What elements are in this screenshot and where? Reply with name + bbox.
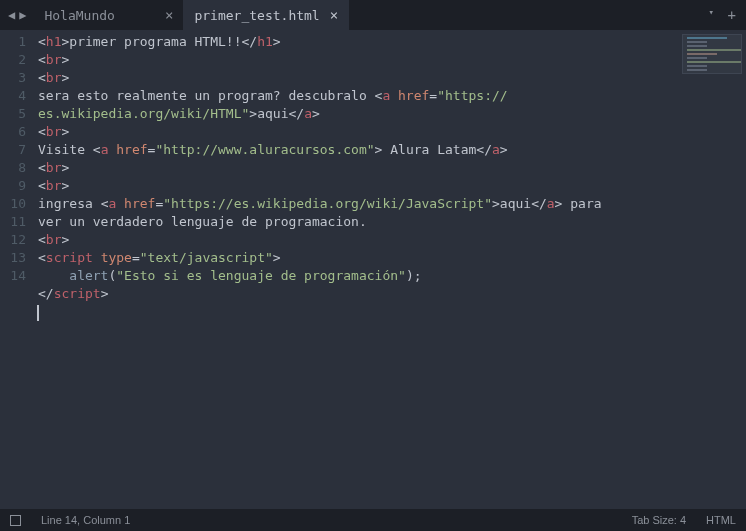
next-tab-icon[interactable]: ▶: [19, 8, 26, 22]
status-lang[interactable]: HTML: [706, 514, 736, 526]
tabs-dropdown-icon[interactable]: ▾: [709, 7, 714, 17]
minimap[interactable]: [682, 34, 742, 74]
prev-tab-icon[interactable]: ◀: [8, 8, 15, 22]
editor[interactable]: 1234567891011121314 <h1>primer programa …: [0, 30, 746, 509]
code-area[interactable]: <h1>primer programa HTML!!</h1><br><br>s…: [38, 30, 746, 509]
tab-label: HolaMundo: [44, 8, 114, 23]
tab-primer-test[interactable]: primer_test.html ×: [184, 0, 349, 30]
code-line[interactable]: <script type="text/javascript">: [38, 249, 746, 267]
close-icon[interactable]: ×: [320, 8, 338, 22]
code-line[interactable]: es.wikipedia.org/wiki/HTML">aqui</a>: [38, 105, 746, 123]
panel-icon[interactable]: [10, 515, 21, 526]
tab-bar: ◀ ▶ HolaMundo × primer_test.html × ▾ +: [0, 0, 746, 30]
tab-nav-arrows: ◀ ▶: [0, 0, 34, 30]
code-line[interactable]: <br>: [38, 69, 746, 87]
tab-label: primer_test.html: [194, 8, 319, 23]
text-cursor: [37, 305, 39, 321]
code-line[interactable]: <br>: [38, 177, 746, 195]
code-line[interactable]: ingresa <a href="https://es.wikipedia.or…: [38, 195, 746, 213]
status-bar: Line 14, Column 1 Tab Size: 4 HTML: [0, 509, 746, 531]
code-line[interactable]: [38, 303, 746, 321]
status-cursor[interactable]: Line 14, Column 1: [41, 514, 130, 526]
code-line[interactable]: sera esto realmente un program? descubra…: [38, 87, 746, 105]
code-line[interactable]: <br>: [38, 123, 746, 141]
code-line[interactable]: Visite <a href="http://www.aluracursos.c…: [38, 141, 746, 159]
new-tab-icon[interactable]: +: [728, 7, 736, 23]
tab-holaMundo[interactable]: HolaMundo ×: [34, 0, 184, 30]
code-line[interactable]: ver un verdadero lenguaje de programacio…: [38, 213, 746, 231]
code-line[interactable]: <br>: [38, 159, 746, 177]
close-icon[interactable]: ×: [155, 8, 173, 22]
code-line[interactable]: <br>: [38, 51, 746, 69]
status-tabsize[interactable]: Tab Size: 4: [632, 514, 686, 526]
code-line[interactable]: </script>: [38, 285, 746, 303]
gutter: 1234567891011121314: [0, 30, 38, 509]
code-line[interactable]: <h1>primer programa HTML!!</h1>: [38, 33, 746, 51]
code-line[interactable]: <br>: [38, 231, 746, 249]
code-line[interactable]: alert("Esto si es lenguaje de programaci…: [38, 267, 746, 285]
